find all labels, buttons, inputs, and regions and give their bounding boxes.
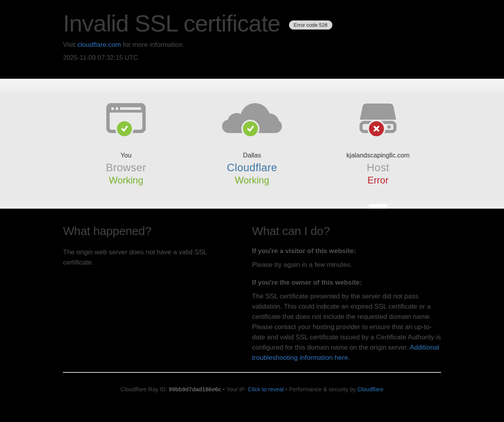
header: Invalid SSL certificate Error code 526 V… — [0, 0, 504, 79]
cloudflare-brand-link[interactable]: Cloudflare — [358, 386, 384, 392]
footer: Cloudflare Ray ID: 99bb9d7dad186e6c • Yo… — [63, 373, 441, 392]
status-label: You — [63, 152, 189, 159]
separator-dot: • — [284, 386, 289, 392]
x-circle-icon — [367, 120, 385, 138]
status-col-cloudflare: Dallas Cloudflare Working — [189, 102, 315, 186]
status-name: Host — [315, 162, 441, 174]
visit-line: Visit cloudflare.com for more informatio… — [63, 41, 441, 49]
status-label: Dallas — [189, 152, 315, 159]
server-icon — [346, 102, 410, 133]
owner-text-body: The SSL certificate presented by the ser… — [252, 292, 441, 351]
check-circle-icon — [115, 120, 133, 138]
white-box-artifact — [369, 204, 387, 209]
cloudflare-com-link[interactable]: cloudflare.com — [78, 41, 121, 48]
what-happened-heading: What happened? — [63, 224, 220, 238]
performance-label: Performance & security by — [289, 386, 358, 392]
timestamp: 2025-11-09 07:32:15 UTC — [63, 54, 441, 61]
status-col-host: kjalandscapingllc.com Host Error — [315, 102, 441, 186]
status-state: Working — [63, 175, 189, 186]
visit-prefix: Visit — [63, 41, 78, 48]
click-to-reveal-link[interactable]: Click to reveal — [248, 386, 284, 392]
your-ip-label: Your IP: — [226, 386, 248, 392]
ray-id-value: 99bb9d7dad186e6c — [169, 386, 221, 392]
status-name: Browser — [63, 162, 189, 174]
ray-id-label: Cloudflare Ray ID: — [120, 386, 169, 392]
cloud-icon — [220, 102, 284, 133]
check-circle-icon — [241, 120, 259, 138]
status-state: Error — [315, 175, 441, 186]
what-can-i-do-heading: What can I do? — [252, 224, 441, 238]
visit-suffix: for more information. — [121, 41, 185, 48]
what-can-i-do-column: What can I do? If you're a visitor of th… — [252, 224, 441, 363]
owner-text: The SSL certificate presented by the ser… — [252, 291, 441, 363]
cloudflare-error-page: Invalid SSL certificate Error code 526 V… — [0, 0, 504, 422]
owner-subheading: If you're the owner of this website: — [252, 279, 441, 287]
error-code-badge: Error code 526 — [289, 20, 332, 30]
separator-dot: • — [221, 386, 226, 392]
status-section: You Browser Working — [0, 79, 504, 209]
visitor-subheading: If you're a visitor of this website: — [252, 247, 441, 255]
visitor-text: Please try again in a few minutes. — [252, 260, 441, 270]
cloudflare-status-link[interactable]: Cloudflare — [227, 162, 277, 174]
status-label: kjalandscapingllc.com — [315, 152, 441, 159]
page-title: Invalid SSL certificate — [63, 9, 280, 38]
what-happened-text: The origin web server does not have a va… — [63, 247, 220, 268]
status-col-browser: You Browser Working — [63, 102, 189, 186]
status-state: Working — [189, 175, 315, 186]
body-section: What happened? The origin web server doe… — [0, 209, 504, 422]
browser-icon — [94, 102, 158, 133]
what-happened-column: What happened? The origin web server doe… — [63, 224, 220, 363]
